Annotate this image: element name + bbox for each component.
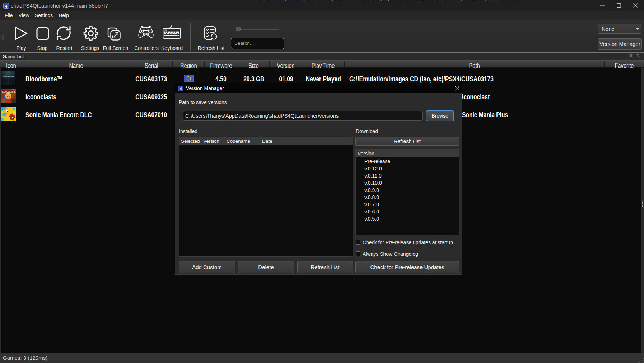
svg-text:Bloodborne: Bloodborne: [3, 75, 14, 77]
svg-text:ICONOCLASTS: ICONOCLASTS: [2, 91, 16, 93]
svg-text:4: 4: [180, 87, 182, 91]
svg-text:4: 4: [5, 4, 8, 8]
